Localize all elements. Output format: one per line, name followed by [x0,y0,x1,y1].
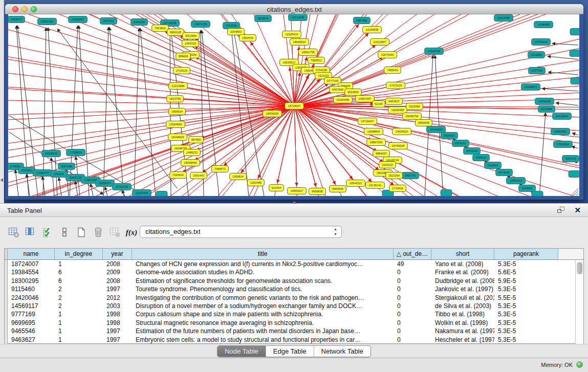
network-node[interactable]: 16495754 [403,113,422,120]
network-node[interactable]: 8215958 [538,106,555,113]
table-cell[interactable]: 9463627 [8,336,55,344]
network-node[interactable]: 9857791 [402,172,419,179]
table-cell[interactable]: 5.3E-5 [494,310,558,318]
network-node[interactable]: 1695814 [230,173,247,180]
table-panel-header[interactable]: Table Panel ✕ [0,203,588,217]
network-edge[interactable] [294,106,579,168]
table-row[interactable]: 2242004622012Investigating the contribut… [5,294,575,302]
table-cell[interactable]: 5.6E-5 [494,268,558,276]
column-header-year[interactable]: year [103,249,132,259]
table-cell[interactable]: 6 [55,268,103,276]
table-cell[interactable]: 2 [55,302,103,310]
table-cell[interactable]: Jankovic et al. (1997) [431,285,494,293]
network-edge[interactable] [8,14,294,106]
network-node[interactable] [156,191,167,196]
table-cell[interactable]: 1998 [103,310,132,318]
network-edge[interactable] [75,181,78,196]
table-cell[interactable]: 19384554 [8,268,55,276]
network-node[interactable]: 1733426 [389,185,406,192]
column-header-in_degree[interactable]: in_degree [55,249,103,259]
network-node[interactable]: 9329966 [528,52,545,58]
network-node[interactable]: 17016504 [554,141,573,148]
table-row[interactable]: 1938455462009Genome-wide association stu… [5,268,575,276]
network-edge[interactable] [105,187,107,196]
table-cell[interactable]: 14569117 [8,302,55,310]
table-cell[interactable]: 1 [55,260,103,268]
network-node[interactable]: 1187533 [562,156,579,162]
column-header-title[interactable]: title [132,249,394,259]
table-cell[interactable]: Corpus callosum shape and size in male p… [132,310,394,318]
network-node[interactable]: 1810755 [167,96,184,102]
network-node[interactable]: 16154838 [363,27,382,33]
network-edge[interactable] [294,106,579,196]
network-node[interactable]: 16115498 [494,15,513,21]
network-edge[interactable] [294,106,297,186]
network-node[interactable]: 2204803 [228,29,245,35]
network-node[interactable]: 1615132 [379,162,396,168]
table-cell[interactable]: 6 [55,277,103,285]
network-edge[interactable] [8,14,294,106]
table-cell[interactable]: 1 [55,310,103,318]
network-edge[interactable] [8,14,294,106]
table-cell[interactable]: Stergiakouli et al. (2012) [431,294,494,302]
table-cell[interactable]: 5.5E-5 [494,294,558,302]
network-node[interactable]: 2087682 [354,17,371,24]
network-node[interactable]: 9860128 [167,29,184,36]
network-node[interactable]: 8813074 [255,15,272,22]
column-header-out_de[interactable]: △ out_de… [394,249,431,259]
network-node[interactable]: 7663822 [152,25,169,32]
table-cell[interactable]: 9115460 [8,285,55,293]
network-node[interactable] [532,191,543,196]
column-header-name[interactable]: name [8,249,55,259]
network-node[interactable]: 9474444 [464,148,481,155]
network-edge[interactable] [294,106,579,196]
network-edge[interactable] [572,146,578,148]
table-cell[interactable]: 5.3E-5 [494,336,558,344]
table-cell[interactable]: 0 [394,327,431,335]
table-cell[interactable]: 49 [394,260,431,268]
network-node[interactable]: 12444193 [535,98,554,105]
network-node[interactable]: 14569117 [288,188,307,194]
network-edge[interactable] [294,106,325,196]
network-node[interactable]: 1654333 [182,40,199,47]
network-node[interactable]: 10543321 [346,180,365,187]
table-row[interactable]: 911546021997Tourette syndrome. Phenomeno… [5,285,575,293]
network-edge[interactable] [294,106,579,196]
network-node[interactable]: 7515526 [223,23,240,29]
network-node[interactable]: 16210643 [553,113,572,120]
network-edge[interactable] [121,14,294,106]
network-node[interactable]: 2718126 [173,68,190,74]
table-cell[interactable]: de Silva et al. (2003) [431,302,494,310]
network-node[interactable]: 1805524 [169,108,186,115]
network-node[interactable]: 621604 [269,185,284,191]
table-cell[interactable]: 0 [394,277,431,285]
table-cell[interactable]: Structural magnetic resonance image aver… [132,319,394,327]
network-node[interactable]: 9463627 [386,98,403,105]
table-cell[interactable]: 1997 [103,327,132,335]
network-edge[interactable] [8,14,294,106]
vertical-scrollbar[interactable] [575,260,583,344]
network-node[interactable]: 7625402 [170,172,187,179]
table-cell[interactable]: Dudbridge et al. (2008) [431,277,494,285]
network-node[interactable]: 62160 [373,101,385,107]
network-node[interactable]: 6497568 [330,86,346,93]
network-edge[interactable] [435,55,443,196]
network-node[interactable]: 987835 [189,137,204,143]
table-cell[interactable]: 1 [55,327,103,335]
network-edge[interactable] [8,106,294,172]
table-cell[interactable]: 0 [394,319,431,327]
network-edge[interactable] [8,106,294,115]
network-edge[interactable] [294,106,579,196]
function-builder-icon[interactable]: f(x) [124,225,140,239]
network-node[interactable]: 10756928 [389,143,408,149]
float-panel-icon[interactable] [557,207,565,214]
network-edge[interactable] [70,26,78,196]
table-cell[interactable]: 1997 [103,285,132,293]
network-edge[interactable] [8,14,294,106]
table-cell[interactable]: 0 [394,310,431,318]
table-cell[interactable]: 0 [394,268,431,276]
network-node[interactable]: 12342757 [33,170,52,177]
table-cell[interactable]: Disruption of a novel member of a sodium… [132,302,394,310]
network-node[interactable]: 12213967 [371,39,389,46]
delete-columns-icon[interactable] [91,225,106,239]
